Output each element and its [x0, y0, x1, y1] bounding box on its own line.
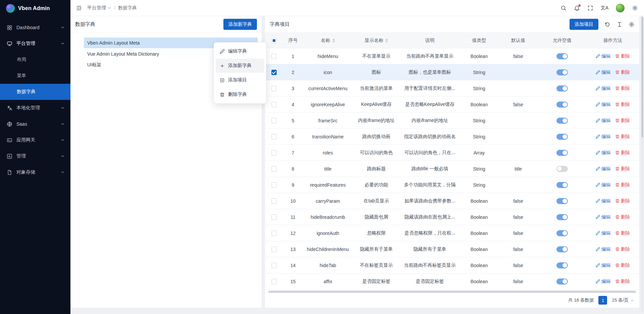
delete-link[interactable]: 删除: [615, 150, 630, 156]
row-checkbox[interactable]: [271, 150, 277, 155]
sidebar-item-layout[interactable]: 布局: [0, 52, 70, 68]
sidebar-item-management[interactable]: 管理: [0, 148, 70, 164]
edit-link[interactable]: 编辑: [596, 198, 610, 204]
sidebar-item-object-storage[interactable]: 对象存储: [0, 164, 70, 180]
allow-null-toggle[interactable]: [556, 198, 568, 204]
context-menu-item-add-item[interactable]: 添加项目: [216, 73, 264, 87]
allow-null-toggle[interactable]: [556, 150, 568, 156]
context-menu-item-delete-dictionary[interactable]: 删除字典: [216, 87, 264, 102]
row-checkbox[interactable]: [271, 182, 277, 188]
select-all-checkbox[interactable]: [271, 38, 277, 43]
allow-null-toggle[interactable]: [556, 262, 568, 268]
sidebar-item-menu[interactable]: 菜单: [0, 68, 70, 84]
settings-gear-icon[interactable]: [632, 5, 638, 11]
vertical-scrollbar[interactable]: [641, 17, 643, 313]
column-header[interactable]: 显示名称: [353, 33, 400, 48]
fullscreen-icon[interactable]: [587, 5, 593, 11]
refresh-icon[interactable]: [604, 21, 610, 27]
row-checkbox[interactable]: [271, 247, 277, 252]
breadcrumb-root[interactable]: 平台管理: [87, 5, 111, 11]
sort-icon[interactable]: [332, 39, 335, 43]
edit-link[interactable]: 编辑: [596, 118, 610, 124]
row-checkbox[interactable]: [271, 54, 277, 59]
allow-null-toggle[interactable]: [556, 230, 568, 236]
delete-link[interactable]: 删除: [615, 134, 630, 140]
allow-null-toggle[interactable]: [556, 69, 568, 75]
delete-link-label: 删除: [621, 118, 630, 124]
edit-link[interactable]: 编辑: [596, 85, 610, 91]
edit-link[interactable]: 编辑: [596, 53, 610, 59]
edit-link[interactable]: 编辑: [596, 134, 610, 140]
sidebar-item-saas[interactable]: Saas: [0, 116, 70, 132]
logo[interactable]: Vben Admin: [0, 0, 70, 17]
sort-icon[interactable]: [385, 39, 388, 43]
add-dictionary-button[interactable]: 添加新字典: [223, 19, 257, 30]
delete-link[interactable]: 删除: [615, 166, 630, 172]
delete-link[interactable]: 删除: [615, 198, 630, 204]
row-checkbox[interactable]: [271, 198, 277, 204]
edit-link[interactable]: 编辑: [596, 150, 610, 156]
row-checkbox[interactable]: [271, 279, 277, 284]
edit-link[interactable]: 编辑: [596, 214, 610, 220]
context-menu-item-edit-dictionary[interactable]: 编辑字典: [216, 44, 264, 58]
page-size-select[interactable]: 25 条/页: [612, 297, 634, 303]
vertical-scrollbar-thumb[interactable]: [641, 17, 643, 137]
edit-link[interactable]: 编辑: [596, 166, 610, 172]
edit-link[interactable]: 编辑: [596, 262, 610, 268]
delete-link[interactable]: 删除: [615, 214, 630, 220]
row-height-icon[interactable]: [616, 21, 623, 27]
edit-link[interactable]: 编辑: [596, 230, 610, 236]
delete-link[interactable]: 删除: [615, 118, 630, 124]
row-checkbox[interactable]: [271, 166, 277, 172]
allow-null-toggle[interactable]: [556, 214, 568, 220]
column-settings-gear-icon[interactable]: [629, 21, 635, 27]
allow-null-toggle[interactable]: [556, 278, 568, 285]
allow-null-toggle[interactable]: [556, 85, 568, 91]
allow-null-toggle[interactable]: [556, 53, 568, 59]
edit-link[interactable]: 编辑: [596, 69, 610, 75]
delete-link[interactable]: 删除: [615, 85, 630, 91]
language-icon[interactable]: 文A: [601, 5, 608, 11]
delete-link[interactable]: 删除: [615, 278, 630, 285]
edit-link[interactable]: 编辑: [596, 182, 610, 188]
search-icon[interactable]: [560, 5, 567, 11]
row-checkbox[interactable]: [271, 118, 277, 123]
sidebar-item-platform[interactable]: 平台管理: [0, 36, 70, 52]
allow-null-toggle[interactable]: [556, 166, 568, 172]
allow-null-toggle[interactable]: [556, 134, 568, 140]
notification-bell-icon[interactable]: [574, 5, 580, 11]
row-checkbox[interactable]: [271, 231, 277, 236]
allow-null-toggle[interactable]: [556, 182, 568, 188]
pagination-page-button[interactable]: 1: [598, 296, 607, 305]
sidebar-collapse-icon[interactable]: [76, 5, 82, 11]
delete-link[interactable]: 删除: [615, 102, 630, 108]
edit-link[interactable]: 编辑: [596, 102, 610, 108]
row-checkbox[interactable]: [271, 214, 277, 220]
column-header[interactable]: 名称: [303, 33, 353, 48]
allow-null-toggle[interactable]: [556, 246, 568, 252]
delete-link[interactable]: 删除: [615, 69, 630, 75]
row-checkbox[interactable]: [271, 86, 277, 91]
allow-null-toggle[interactable]: [556, 102, 568, 108]
row-checkbox[interactable]: [271, 263, 277, 268]
delete-link[interactable]: 删除: [615, 246, 630, 252]
delete-link[interactable]: 删除: [615, 53, 630, 59]
sidebar-item-localization[interactable]: 本地化管理: [0, 100, 70, 116]
context-menu-item-add-dictionary[interactable]: 添加新字典: [216, 59, 264, 73]
delete-link[interactable]: 删除: [615, 262, 630, 268]
row-checkbox[interactable]: [271, 102, 277, 107]
allow-null-toggle[interactable]: [556, 118, 568, 124]
delete-link[interactable]: 删除: [615, 230, 630, 236]
sidebar-item-dashboard[interactable]: Dashboard: [0, 19, 70, 36]
row-checkbox[interactable]: [271, 134, 277, 139]
delete-link[interactable]: 删除: [615, 182, 630, 188]
sidebar-item-gateway[interactable]: 应用网关: [0, 132, 70, 148]
avatar[interactable]: [616, 4, 625, 12]
edit-link[interactable]: 编辑: [596, 278, 610, 285]
add-item-button[interactable]: 添加项目: [570, 19, 598, 30]
sidebar-item-data-dictionary[interactable]: 数据字典: [0, 84, 70, 100]
row-checkbox[interactable]: [271, 70, 277, 75]
column-header-select[interactable]: [265, 33, 283, 48]
horizontal-scrollbar[interactable]: [268, 291, 636, 293]
edit-link[interactable]: 编辑: [596, 246, 610, 252]
